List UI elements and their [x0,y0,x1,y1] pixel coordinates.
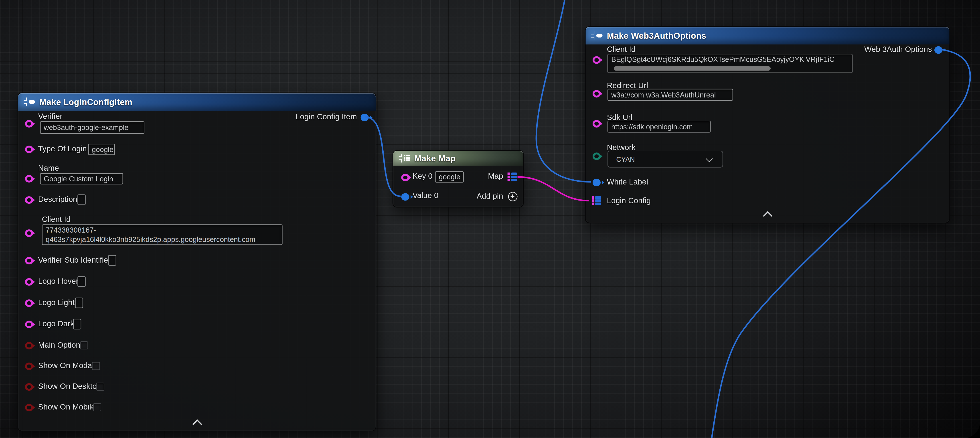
input-pin-type-of-login[interactable] [25,145,33,153]
chevron-down-icon [706,155,713,162]
pin-label-show-on-desktop: Show On Desktop [38,382,101,390]
redirect-url-input[interactable]: w3a://com.w3a.Web3AuthUnreal [608,89,733,100]
make-struct-icon [24,97,35,107]
pin-label-show-on-mobile: Show On Mobile [38,403,95,411]
client-id-line-2: q463s7kpvja16l4l0kko3nb925ikds2p.apps.go… [46,235,279,244]
client-id-scrollbar[interactable] [614,66,770,71]
input-pin-logo-dark[interactable] [25,321,33,328]
name-input[interactable]: Google Custom Login [40,173,123,185]
key0-input[interactable]: google [435,171,464,183]
client-id-line-1: 774338308167- [46,226,279,235]
pin-label-verifier: Verifier [38,112,62,121]
input-pin-white-label[interactable] [593,179,601,186]
pin-label-logo-light: Logo Light [38,298,75,307]
pin-label-login-config: Login Config [607,196,651,205]
show-on-desktop-checkbox[interactable] [96,382,105,391]
pin-label-type-of-login: Type Of Login [38,145,87,153]
node-header-make-login-config-item[interactable]: Make LoginConfigItem [18,93,375,111]
input-pin-redirect-url[interactable] [593,90,601,97]
pin-label-main-option: Main Option [38,341,80,349]
pin-label-name: Name [38,164,59,172]
show-on-mobile-checkbox[interactable] [93,403,101,411]
node-title: Make Map [414,154,456,163]
node-make-web3auth-options[interactable]: Make Web3AuthOptions Client Id BEglQSgt4… [585,26,950,223]
logo-dark-input[interactable] [73,319,81,330]
input-pin-show-on-modal[interactable] [25,363,33,370]
network-dropdown-value: CYAN [616,155,635,163]
input-pin-verifier-sub-identifier[interactable] [25,257,33,264]
input-pin-main-option[interactable] [25,342,33,349]
input-pin-logo-light[interactable] [25,299,33,307]
input-pin-logo-hover[interactable] [25,278,33,286]
show-on-modal-checkbox[interactable] [92,362,100,370]
verifier-input[interactable]: web3auth-google-example [40,121,145,134]
node-header-make-map[interactable]: Make Map [393,151,523,166]
client-id-input[interactable]: BEglQSgt4cUWcj6SKRdu5QkOXTsePmMcusG5EAoy… [608,54,853,73]
input-pin-key0[interactable] [401,174,409,182]
pin-label-key0: Key 0 [412,172,433,180]
input-pin-description[interactable] [25,196,33,204]
logo-light-input[interactable] [75,298,83,308]
pin-label-client-id: Client Id [42,215,70,224]
sdk-url-input[interactable]: https://sdk.openlogin.com [608,121,711,132]
input-pin-show-on-mobile[interactable] [25,404,33,411]
make-map-icon [399,154,410,163]
node-make-login-config-item[interactable]: Make LoginConfigItem Login Config Item V… [18,92,376,431]
pin-label-verifier-sub-identifier: Verifier Sub Identifier [38,256,111,264]
output-pin-label: Login Config Item [296,113,357,121]
wire-offscreen-to-white-label[interactable] [536,0,591,182]
pin-label-logo-hover: Logo Hover [38,277,78,285]
blueprint-graph-canvas[interactable]: Make LoginConfigItem Login Config Item V… [0,0,980,438]
output-pin-label-map: Map [488,172,503,180]
node-header-make-web3auth-options[interactable]: Make Web3AuthOptions [586,27,950,45]
input-pin-value0[interactable] [401,193,409,201]
pin-label-show-on-modal: Show On Modal [38,361,94,370]
client-id-text: BEglQSgt4cUWcj6SKRdu5QkOXTsePmMcusG5EAoy… [611,55,849,64]
input-pin-show-on-desktop[interactable] [25,383,33,391]
pin-label-logo-dark: Logo Dark [38,319,74,328]
description-input[interactable] [78,194,86,205]
input-pin-network[interactable] [593,153,601,160]
network-dropdown[interactable]: CYAN [608,151,723,167]
type-of-login-input[interactable]: google [88,144,115,155]
output-pin-label: Web 3Auth Options [864,45,932,54]
collapse-chevron-icon[interactable] [192,419,202,429]
input-pin-client-id[interactable] [593,56,601,64]
node-make-map[interactable]: Make Map Key 0 google Map Value 0 Add pi… [393,150,524,207]
node-title: Make LoginConfigItem [40,97,132,107]
input-pin-login-config[interactable] [592,196,601,205]
client-id-input[interactable]: 774338308167- q463s7kpvja16l4l0kko3nb925… [42,225,282,245]
add-pin-button[interactable] [508,192,517,201]
input-pin-sdk-url[interactable] [593,120,601,127]
verifier-sub-identifier-input[interactable] [108,255,116,266]
node-title: Make Web3AuthOptions [607,31,706,40]
input-pin-verifier[interactable] [25,120,33,127]
pin-label-client-id: Client Id [607,45,636,54]
collapse-chevron-icon[interactable] [763,211,773,221]
pin-label-description: Description [38,195,77,204]
main-option-checkbox[interactable] [80,341,88,350]
pin-label-white-label: White Label [607,178,648,186]
make-struct-icon [591,31,603,40]
logo-hover-input[interactable] [78,276,86,287]
output-pin-map[interactable] [508,172,517,181]
add-pin-label: Add pin [477,192,503,201]
pin-label-value0: Value 0 [412,191,438,200]
input-pin-name[interactable] [25,175,33,183]
input-pin-client-id[interactable] [25,229,33,237]
